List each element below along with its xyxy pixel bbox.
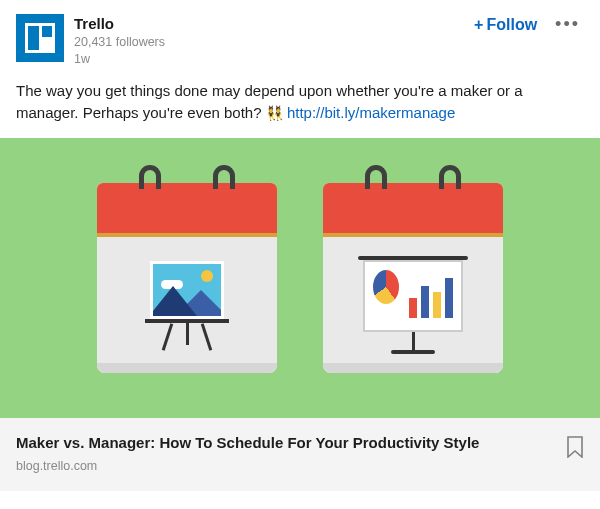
presentation-board-icon xyxy=(358,256,468,354)
bookmark-button[interactable] xyxy=(566,436,584,462)
post-header: Trello 20,431 followers 1w + Follow ••• xyxy=(16,14,584,68)
author-avatar[interactable] xyxy=(16,14,64,62)
author-meta: Trello 20,431 followers 1w xyxy=(74,14,474,68)
article-text: Maker vs. Manager: How To Schedule For Y… xyxy=(16,434,554,473)
author-followers: 20,431 followers xyxy=(74,34,474,51)
follow-button[interactable]: + Follow xyxy=(474,16,537,34)
follow-label: Follow xyxy=(486,16,537,34)
trello-logo-icon xyxy=(25,23,55,53)
plus-icon: + xyxy=(474,16,483,34)
author-name[interactable]: Trello xyxy=(74,14,474,34)
article-title: Maker vs. Manager: How To Schedule For Y… xyxy=(16,434,554,451)
article-source: blog.trello.com xyxy=(16,459,554,473)
post-actions: + Follow ••• xyxy=(474,14,584,35)
article-preview[interactable]: Maker vs. Manager: How To Schedule For Y… xyxy=(0,418,600,491)
post-text: The way you get things done may depend u… xyxy=(16,80,584,124)
post-time: 1w xyxy=(74,51,474,68)
bookmark-icon xyxy=(566,436,584,458)
calendar-manager-icon xyxy=(323,183,503,373)
post-link[interactable]: http://bit.ly/makermanage xyxy=(287,104,455,121)
calendar-maker-icon xyxy=(97,183,277,373)
easel-painting-icon xyxy=(145,261,229,349)
dancers-emoji-icon: 👯 xyxy=(266,105,283,121)
more-options-button[interactable]: ••• xyxy=(551,14,584,35)
post-image[interactable] xyxy=(0,138,600,418)
post-card: Trello 20,431 followers 1w + Follow ••• … xyxy=(0,0,600,124)
